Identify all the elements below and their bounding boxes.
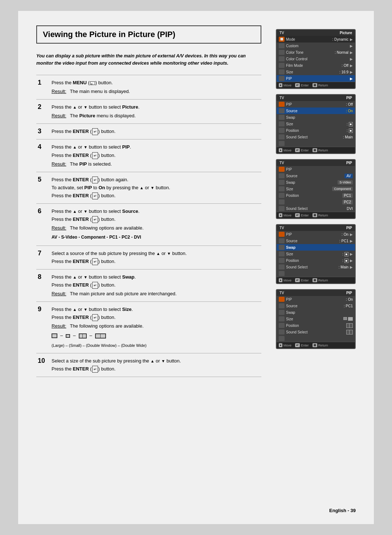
- tv-panel-pip1: TV PIP PIP : Off Source : On Swap Size :…: [276, 94, 356, 154]
- menu-row-source: Source : PC1: [277, 303, 355, 309]
- menu-arrow: ▶: [350, 64, 353, 68]
- table-row: 9 Press the ▲ or ▼ button to select Size…: [36, 302, 261, 353]
- menu-label-source: Source: [286, 109, 344, 113]
- menu-value-pc1: PC1: [342, 193, 353, 198]
- panel-header: TV PIP: [277, 290, 355, 296]
- move-icon: ♦: [279, 148, 282, 152]
- table-row: 3 Press the ENTER (↵) button.: [36, 124, 261, 139]
- size-opt-medium: [348, 317, 353, 321]
- menu-icon-size: [279, 316, 285, 321]
- menu-arrow: ▶: [350, 50, 353, 54]
- step-content: Press the ▲ or ▼ button to select Swap. …: [50, 269, 261, 301]
- menu-icon-custom: [279, 43, 285, 48]
- menu-row-mode: ⬜ Mode : Dynamic ▶: [277, 36, 355, 42]
- menu-icon-size: [279, 251, 285, 256]
- intro-text: You can display a sub picture within the…: [36, 52, 261, 67]
- enter-icon: ↵: [295, 213, 300, 217]
- menu-icon-filmmode: [279, 63, 285, 68]
- footer-enter: ↵ Enter: [295, 83, 309, 87]
- enter-icon: ↵: [92, 177, 98, 183]
- menu-item-label: PIP: [84, 185, 92, 190]
- menu-label-sound: Sound Select: [286, 135, 342, 139]
- enter-icon: ↵: [92, 152, 98, 159]
- position-icon: [346, 323, 353, 328]
- menu-value-size: : 16:9: [339, 70, 348, 74]
- menu-icon-position: [279, 193, 285, 198]
- menu-row-size: Size : ■ ▶: [277, 251, 355, 257]
- table-row: 2 Press the ▲ or ▼ button to select Pict…: [36, 100, 261, 124]
- table-row: 10 Select a size of the sub picture by p…: [36, 353, 261, 377]
- menu-row-pip: PIP: [277, 166, 355, 173]
- step-number: 1: [36, 75, 50, 100]
- menu-row-size: Size Component: [277, 186, 355, 192]
- enter-icon: ↵: [92, 258, 98, 265]
- menu-icon-swap: [279, 180, 285, 185]
- footer-return: ⊞ Return: [313, 343, 328, 347]
- menu-value-dvi: DVI: [347, 207, 353, 211]
- return-icon: ⊞: [313, 278, 317, 282]
- panel-footer: ♦ Move ↵ Enter ⊞ Return: [277, 212, 355, 218]
- menu-item-label: PIP: [122, 144, 130, 150]
- result-label: Result:: [52, 290, 66, 298]
- step-content: Press the MENU () button. Result: The ma…: [50, 75, 261, 100]
- tv-label: TV: [279, 161, 284, 165]
- menu-value-position: : ■: [342, 259, 348, 263]
- menu-value-sound: : Main: [339, 265, 348, 269]
- button-label: ENTER: [73, 315, 89, 320]
- menu-arrow: ▶: [350, 70, 353, 74]
- tv-panel-picture: TV Picture ⬜ Mode : Dynamic ▶ Custom ▶ C…: [276, 29, 356, 89]
- menu-icon-size: [279, 186, 285, 191]
- page-footer: English - 39: [329, 508, 356, 513]
- tv-label: TV: [279, 291, 284, 295]
- menu-row-custom: Custom ▶: [277, 42, 355, 49]
- menu-icon-empty: [279, 271, 285, 276]
- menu-icon-position: [279, 258, 285, 263]
- menu-arrow: ▶: [350, 37, 353, 41]
- menu-row-empty: [277, 270, 355, 277]
- button-label: ENTER: [73, 153, 89, 158]
- menu-icon-empty: [279, 336, 285, 341]
- menu-row-sound: Sound Select DVI: [277, 205, 355, 212]
- size-icon-large: [52, 333, 57, 338]
- menu-icon-pip: [279, 76, 285, 81]
- result-label: Result:: [52, 322, 66, 330]
- menu-icon-size: [279, 121, 285, 126]
- menu-label-filmmode: Film Mode: [286, 64, 340, 68]
- menu-value-pip: : Off: [346, 102, 353, 106]
- step-number: 3: [36, 124, 50, 139]
- tv-panel-pip4: TV PIP PIP : On Source : PC1 Swap Size: [276, 289, 356, 349]
- menu-row-sound: Sound Select: [277, 329, 355, 335]
- footer-move: ♦ Move: [279, 148, 291, 152]
- menu-value-size: : ■: [347, 122, 353, 126]
- step-number: 5: [36, 172, 50, 203]
- menu-icon-sound: [279, 206, 285, 211]
- menu-label-size: Size: [286, 187, 331, 191]
- menu-item-label: Source: [122, 208, 138, 214]
- menu-label-position: Position: [286, 194, 341, 198]
- panel-header: TV PIP: [277, 160, 355, 166]
- footer-enter: ↵ Enter: [295, 343, 309, 347]
- step-number: 6: [36, 204, 50, 246]
- menu-icon-position: [279, 323, 285, 328]
- table-row: 8 Press the ▲ or ▼ button to select Swap…: [36, 269, 261, 301]
- enter-icon: ↵: [295, 343, 300, 347]
- menu-arrow: ▶: [350, 77, 353, 81]
- move-icon: ♦: [279, 213, 282, 217]
- av-options: AV - S-Video - Component - PC1 - PC2 - D…: [52, 234, 260, 241]
- menu-icon-colortone: [279, 50, 285, 55]
- menu-icon-swap: [279, 245, 285, 250]
- down-arrow: ▼: [161, 359, 165, 363]
- up-arrow: ▲: [73, 105, 77, 109]
- up-arrow: ▲: [140, 186, 144, 190]
- menu-label-colorcontrol: Color Control: [286, 57, 347, 61]
- menu-icon-position: [279, 128, 285, 133]
- menu-value-position: : ■: [347, 129, 353, 133]
- footer-return: ⊞ Return: [313, 83, 328, 87]
- footer-return: ⊞ Return: [313, 278, 328, 282]
- table-row: 4 Press the ▲ or ▼ button to select PIP.…: [36, 139, 261, 172]
- tv-label: TV: [279, 31, 284, 35]
- page-title: Viewing the Picture in Picture (PIP): [36, 25, 261, 44]
- step-content: Press the ▲ or ▼ button to select Source…: [50, 204, 261, 246]
- size-icons-container: – – –: [52, 332, 260, 340]
- menu-label-size: Size: [286, 317, 342, 321]
